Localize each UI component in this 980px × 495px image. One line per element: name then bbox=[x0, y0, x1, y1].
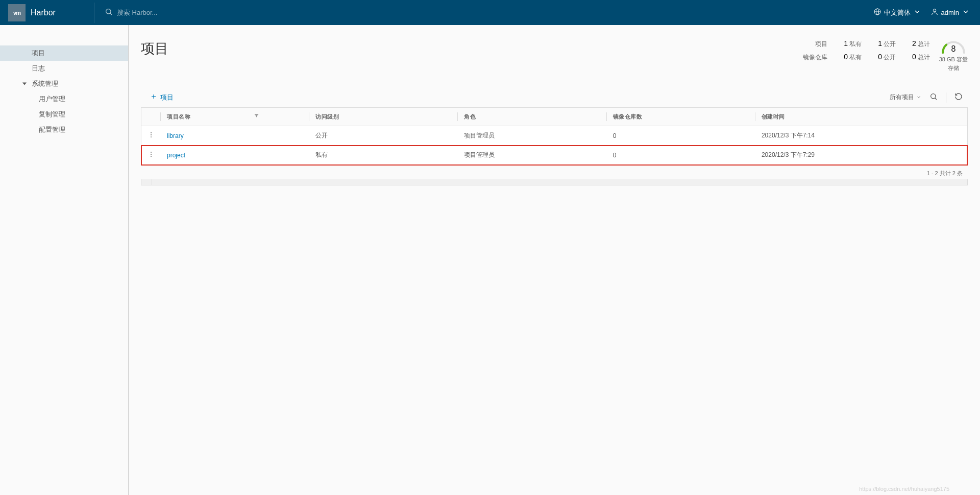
col-actions bbox=[141, 108, 161, 126]
stats-repos-public: 0公开 bbox=[878, 53, 896, 62]
chevron-down-icon bbox=[913, 8, 921, 17]
toolbar: 项目 所有项目 bbox=[141, 90, 968, 104]
cell-created: 2020/12/3 下午7:29 bbox=[755, 146, 967, 165]
language-switch[interactable]: 中文简体 bbox=[873, 8, 921, 17]
user-label: admin bbox=[941, 9, 959, 16]
table-row[interactable]: project私有项目管理员02020/12/3 下午7:29 bbox=[141, 146, 967, 165]
project-filter-dropdown[interactable]: 所有项目 bbox=[890, 93, 921, 102]
svg-point-15 bbox=[151, 156, 152, 157]
stats-area: 项目 1私有 1公开 2总计 镜像仓库 0私有 0公开 0总计 8 38 GB … bbox=[803, 39, 968, 72]
header: vm Harbor 中文简体 admin bbox=[0, 0, 980, 25]
stats-repos-label: 镜像仓库 bbox=[803, 53, 827, 62]
sidebar-item-config[interactable]: 配置管理 bbox=[0, 122, 128, 137]
search-icon bbox=[105, 8, 113, 17]
stats-repos-private: 0私有 bbox=[844, 53, 862, 62]
col-name[interactable]: 项目名称 bbox=[161, 108, 309, 126]
main: 项目 项目 1私有 1公开 2总计 镜像仓库 0私有 0公开 0总计 8 38 … bbox=[129, 25, 980, 185]
user-menu[interactable]: admin bbox=[930, 8, 970, 17]
language-label: 中文简体 bbox=[884, 8, 911, 17]
cell-role: 项目管理员 bbox=[458, 126, 606, 146]
filter-label: 所有项目 bbox=[890, 93, 914, 102]
add-project-button[interactable]: 项目 bbox=[144, 91, 180, 104]
storage-used: 8 bbox=[951, 44, 955, 54]
project-link[interactable]: project bbox=[167, 152, 185, 159]
col-access[interactable]: 访问级别 bbox=[309, 108, 458, 126]
storage-gauge: 8 38 GB 容量 存储 bbox=[939, 39, 968, 72]
storage-label: 存储 bbox=[948, 64, 959, 72]
cell-access: 私有 bbox=[309, 146, 458, 165]
search-icon bbox=[929, 95, 938, 102]
svg-point-0 bbox=[106, 9, 111, 14]
svg-line-9 bbox=[935, 98, 937, 100]
sidebar-item-replication[interactable]: 复制管理 bbox=[0, 107, 128, 122]
projects-table: 项目名称 访问级别 角色 镜像仓库数 创建时间 library公开项目管理员02… bbox=[141, 107, 968, 166]
toolbar-right: 所有项目 bbox=[890, 90, 965, 104]
svg-point-10 bbox=[151, 132, 152, 133]
stats-repos-total: 0总计 bbox=[912, 53, 930, 62]
refresh-button[interactable] bbox=[952, 90, 965, 104]
logo: vm bbox=[8, 4, 26, 21]
plus-icon bbox=[150, 93, 157, 102]
svg-point-12 bbox=[151, 136, 152, 137]
project-link[interactable]: library bbox=[167, 132, 184, 139]
cell-created: 2020/12/3 下午7:14 bbox=[755, 126, 967, 146]
svg-point-13 bbox=[151, 152, 152, 153]
storage-capacity: 38 GB 容量 bbox=[939, 56, 968, 63]
search-button[interactable] bbox=[927, 90, 940, 104]
search-input[interactable] bbox=[117, 9, 219, 16]
row-menu-icon[interactable] bbox=[148, 152, 155, 159]
table-header-row: 项目名称 访问级别 角色 镜像仓库数 创建时间 bbox=[141, 108, 967, 126]
cell-role: 项目管理员 bbox=[458, 146, 606, 165]
svg-line-1 bbox=[110, 13, 112, 15]
cell-repo-count: 0 bbox=[607, 126, 755, 146]
stats-grid: 项目 1私有 1公开 2总计 镜像仓库 0私有 0公开 0总计 bbox=[803, 39, 929, 62]
cell-repo-count: 0 bbox=[607, 146, 755, 165]
brand-title: Harbor bbox=[31, 8, 56, 17]
stats-projects-label: 项目 bbox=[803, 40, 827, 49]
stats-projects-public: 1公开 bbox=[878, 39, 896, 49]
col-role[interactable]: 角色 bbox=[458, 108, 606, 126]
chevron-down-icon bbox=[962, 8, 970, 17]
stats-projects-total: 2总计 bbox=[912, 39, 930, 49]
svg-point-5 bbox=[933, 9, 936, 12]
refresh-icon bbox=[954, 95, 963, 102]
svg-point-14 bbox=[151, 154, 152, 155]
table-pagination: 1 - 2 共计 2 条 bbox=[141, 166, 968, 179]
stats-projects-private: 1私有 bbox=[844, 39, 862, 49]
sidebar-item-administration[interactable]: 系统管理 bbox=[0, 76, 128, 91]
cell-access: 公开 bbox=[309, 126, 458, 146]
sidebar: 项目 日志 系统管理 用户管理 复制管理 配置管理 bbox=[0, 25, 129, 185]
horizontal-scrollbar[interactable] bbox=[141, 179, 968, 185]
sidebar-item-logs[interactable]: 日志 bbox=[0, 61, 128, 76]
search-box[interactable] bbox=[105, 8, 873, 17]
toolbar-divider bbox=[946, 92, 946, 103]
chevron-down-icon bbox=[916, 94, 921, 101]
add-project-label: 项目 bbox=[160, 93, 174, 102]
header-divider bbox=[94, 3, 94, 23]
sidebar-item-projects[interactable]: 项目 bbox=[0, 45, 128, 61]
globe-icon bbox=[873, 8, 881, 17]
svg-point-8 bbox=[931, 94, 936, 99]
col-created[interactable]: 创建时间 bbox=[755, 108, 967, 126]
table-row[interactable]: library公开项目管理员02020/12/3 下午7:14 bbox=[141, 126, 967, 146]
page-title: 项目 bbox=[141, 39, 168, 58]
col-repo-count[interactable]: 镜像仓库数 bbox=[607, 108, 755, 126]
filter-icon[interactable] bbox=[254, 113, 259, 120]
row-menu-icon[interactable] bbox=[148, 133, 155, 140]
svg-point-11 bbox=[151, 134, 152, 135]
user-icon bbox=[930, 8, 939, 17]
sidebar-item-user-mgmt[interactable]: 用户管理 bbox=[0, 91, 128, 107]
page-head: 项目 项目 1私有 1公开 2总计 镜像仓库 0私有 0公开 0总计 8 38 … bbox=[141, 39, 968, 72]
header-right: 中文简体 admin bbox=[873, 8, 970, 17]
